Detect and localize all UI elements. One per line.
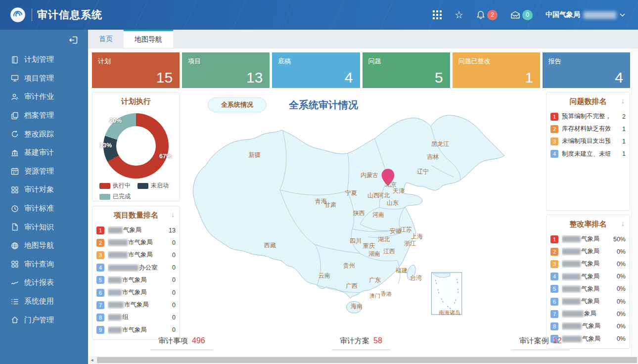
stat-card-rectified[interactable]: 问题已整改 1: [453, 52, 540, 88]
footer-stat-audit-schemes: 审计方案 58: [272, 336, 451, 350]
calendar-icon: [11, 167, 19, 175]
sort-desc-icon[interactable]: ↓: [621, 97, 625, 105]
favorite-star-icon[interactable]: ☆: [455, 10, 463, 20]
person-icon: [11, 93, 19, 101]
china-map-svg: [184, 92, 542, 328]
sort-desc-icon[interactable]: ↓: [621, 220, 625, 228]
rank-row[interactable]: 5 市气象局 0: [96, 274, 176, 286]
top-header: 审计信息系统 ☆ 2: [0, 0, 638, 30]
app-logo-icon: [9, 6, 27, 24]
donut-legend: 执行中 未启动 已完成: [92, 182, 180, 201]
globe-icon: [11, 242, 19, 250]
rank-row[interactable]: 3 气象局 0%: [550, 258, 626, 270]
tab-map-nav[interactable]: 地图导航: [124, 30, 173, 48]
sidebar-item-resource-mgmt[interactable]: 资源管理: [0, 162, 88, 181]
messages-mail[interactable]: 0: [510, 10, 533, 20]
stat-cards-row: 计划 15 项目 13 底稿 4 问题 5 问题已整改 1 报告 4: [92, 52, 630, 88]
sidebar-collapse-icon[interactable]: [68, 35, 79, 46]
sidebar-item-plan-mgmt[interactable]: 计划管理: [0, 50, 88, 69]
sidebar-item-audit-standards[interactable]: 审计标准: [0, 199, 88, 218]
plan-execution-panel: 计划执行 67% 13% 20% 执行中: [92, 92, 180, 201]
message-count-badge: 0: [522, 10, 533, 20]
panel-title: 整改率排名: [570, 220, 607, 228]
rank-row[interactable]: 6 气象局 0%: [550, 295, 626, 308]
horizontal-scrollbar: ◄: [88, 356, 638, 364]
stat-card-projects[interactable]: 项目 13: [182, 52, 270, 88]
mail-icon: [510, 11, 520, 19]
sidebar-item-map-nav[interactable]: 地图导航: [0, 236, 88, 255]
tab-home[interactable]: 首页: [88, 30, 124, 48]
sidebar-item-project-mgmt[interactable]: 项目管理: [0, 69, 88, 88]
file-icon: [11, 223, 19, 231]
rank-row[interactable]: 7 象局 0%: [550, 308, 626, 320]
china-map-region[interactable]: 全系统情况 全系统审计情况: [184, 92, 542, 330]
rectify-rate-ranking-panel: 整改率排名 ↓ 1 气象局 50% 2 气象局 0%: [546, 215, 630, 349]
chart-icon: [11, 279, 19, 287]
clock-icon: [11, 205, 19, 213]
redacted-name: [562, 236, 581, 242]
sidebar-item-audit-objects[interactable]: 审计对象: [0, 181, 88, 199]
rank-row[interactable]: 4 气象局 0%: [550, 271, 626, 283]
redacted-name: [108, 327, 122, 333]
apps-grid-icon[interactable]: [433, 10, 442, 19]
rank-row[interactable]: 3 未编制项目支出预算 1: [550, 135, 626, 147]
redacted-name: [108, 227, 123, 233]
stat-card-drafts[interactable]: 底稿 4: [272, 52, 360, 88]
footer-stat-audit-items: 审计事项 496: [92, 336, 272, 350]
sidebar-item-portal-mgmt[interactable]: 门户管理: [0, 311, 88, 329]
rank-row[interactable]: 2 库存材料缺乏有效... 1: [550, 123, 626, 135]
rank-row[interactable]: 9 市气象局 0: [96, 324, 176, 336]
user-menu[interactable]: 中国气象局: [546, 10, 625, 19]
monitor-icon: [11, 74, 19, 82]
redacted-name: [562, 261, 581, 267]
main-content: 计划 15 项目 13 底稿 4 问题 5 问题已整改 1 报告 4: [88, 48, 631, 356]
copy-icon: [11, 112, 19, 120]
south-china-sea-inset: [431, 273, 461, 315]
book-icon: [11, 56, 19, 64]
sidebar-item-system-usage[interactable]: 系统使用: [0, 292, 88, 311]
redacted-name: [108, 239, 128, 246]
rank-row[interactable]: 4 制度未建立、未细化 1: [550, 148, 626, 160]
vertical-scrollbar-gutter[interactable]: [631, 48, 638, 356]
rank-row[interactable]: 6 市气象局 0: [96, 286, 176, 299]
horizontal-scrollbar-thumb[interactable]: [97, 357, 637, 363]
stat-card-plans[interactable]: 计划 15: [92, 52, 180, 88]
sidebar-item-construction-audit[interactable]: 基建审计: [0, 143, 88, 162]
rank-row[interactable]: 4 办公室 0: [96, 262, 176, 274]
chevron-down-icon: [620, 13, 625, 17]
redacted-name: [108, 265, 138, 271]
donut-percent-label: 67%: [159, 153, 172, 160]
sidebar-item-audit-query[interactable]: 审计查询: [0, 255, 88, 274]
scroll-left-arrow[interactable]: ◄: [88, 356, 96, 364]
rank-row[interactable]: 3 市气象局 0: [96, 249, 176, 261]
system-scope-pill-button[interactable]: 全系统情况: [208, 97, 267, 112]
rank-row[interactable]: 2 气象局 0%: [550, 245, 626, 258]
user-org-label: 中国气象局: [546, 10, 580, 19]
user-name-redacted: [584, 11, 616, 19]
redacted-name: [108, 314, 122, 320]
rank-row[interactable]: 8 组 0: [96, 311, 176, 323]
redacted-name: [562, 298, 581, 305]
sidebar-item-rectify-track[interactable]: 整改跟踪: [0, 125, 88, 143]
rank-row[interactable]: 1 气象局 50%: [550, 233, 626, 245]
rank-row[interactable]: 1 预算编制不完整，... 2: [550, 110, 626, 123]
rank-row[interactable]: 1 气象局 13: [96, 224, 176, 236]
app-root: 审计信息系统 ☆ 2: [0, 0, 638, 364]
notifications-bell[interactable]: 2: [476, 10, 498, 20]
rank-row[interactable]: 2 市气象局 0: [96, 236, 176, 249]
sidebar-item-archive-mgmt[interactable]: 档案管理: [0, 106, 88, 125]
legend-item-not-started[interactable]: 未启动: [137, 182, 169, 190]
rank-row[interactable]: 5 气象局 0%: [550, 283, 626, 295]
sort-desc-icon[interactable]: ↓: [171, 211, 175, 219]
stat-card-problems[interactable]: 问题 5: [363, 52, 450, 88]
rank-row[interactable]: 8 气象局 0%: [550, 320, 626, 332]
legend-item-completed[interactable]: 已完成: [99, 192, 131, 201]
panel-title: 问题数排名: [570, 97, 607, 105]
sidebar-item-stat-reports[interactable]: 统计报表: [0, 273, 88, 292]
sidebar-item-audit-knowledge[interactable]: 审计知识: [0, 218, 88, 236]
stat-card-reports[interactable]: 报告 4: [543, 52, 630, 88]
sidebar-item-audit-work[interactable]: 审计作业: [0, 88, 88, 106]
panel-title: 项目数量排名: [114, 211, 158, 219]
rank-row[interactable]: 7 市气象局 0: [96, 299, 176, 311]
legend-item-executing[interactable]: 执行中: [99, 182, 131, 190]
